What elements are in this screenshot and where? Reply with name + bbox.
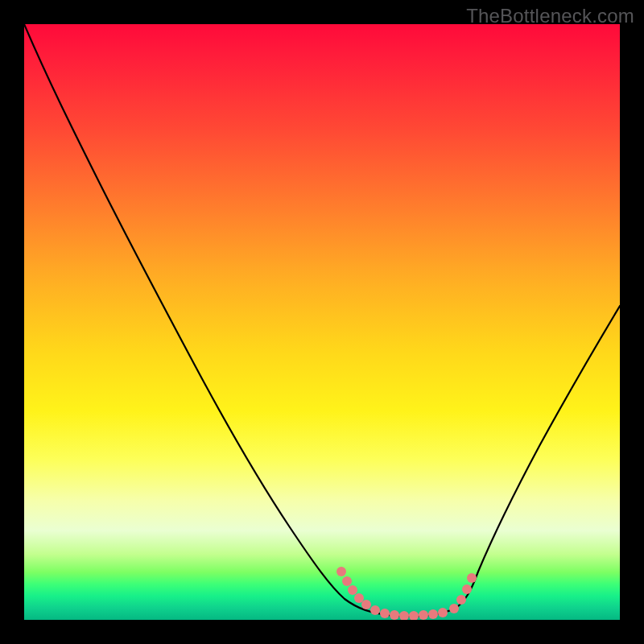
bottleneck-curve — [24, 24, 620, 617]
curve-layer — [24, 24, 620, 620]
svg-point-11 — [428, 609, 438, 619]
svg-point-15 — [462, 584, 472, 594]
highlight-dots — [336, 567, 477, 620]
svg-point-1 — [342, 576, 352, 586]
svg-point-13 — [449, 604, 459, 613]
svg-point-12 — [438, 608, 448, 617]
plot-area — [24, 24, 620, 620]
svg-point-3 — [354, 593, 364, 603]
svg-point-8 — [399, 611, 409, 620]
svg-point-6 — [380, 609, 390, 618]
svg-point-2 — [348, 585, 357, 595]
svg-point-14 — [456, 595, 466, 605]
svg-point-16 — [467, 573, 477, 583]
svg-point-5 — [370, 605, 380, 615]
watermark-text: TheBottleneck.com — [466, 5, 634, 27]
svg-point-9 — [409, 611, 419, 620]
svg-point-7 — [390, 610, 399, 620]
chart-frame: TheBottleneck.com — [0, 0, 644, 644]
svg-point-10 — [419, 610, 428, 620]
svg-point-4 — [361, 600, 371, 609]
svg-point-0 — [336, 567, 346, 576]
